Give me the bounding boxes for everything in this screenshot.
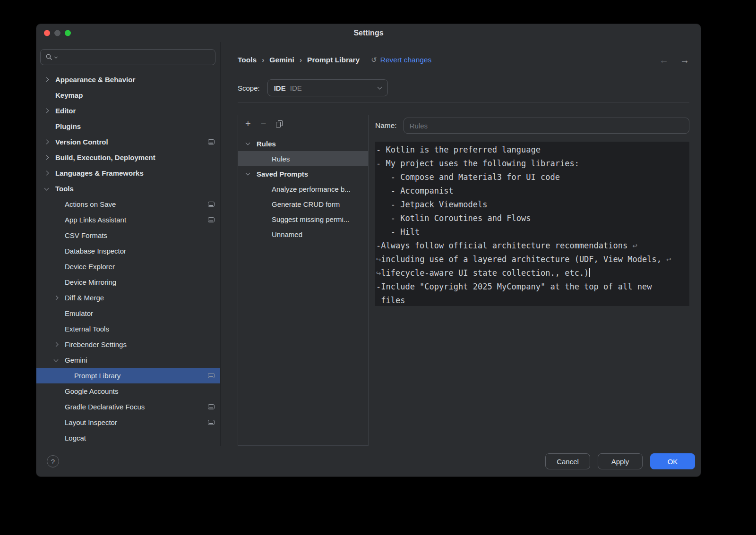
- scope-value-secondary: IDE: [290, 84, 302, 92]
- chevron-right-icon: [45, 78, 55, 81]
- duplicate-button[interactable]: [276, 120, 282, 127]
- sidebar-item-external-tools[interactable]: External Tools: [36, 321, 220, 337]
- sidebar-item-label: Plugins: [55, 122, 81, 130]
- revert-changes-link[interactable]: ↺ Revert changes: [371, 56, 431, 64]
- chevron-right-icon: [45, 109, 55, 112]
- sidebar-item-version-control[interactable]: Version Control: [36, 134, 220, 150]
- window-title: Settings: [353, 29, 383, 37]
- breadcrumb-item-prompt-library[interactable]: Prompt Library: [307, 56, 360, 64]
- sidebar-item-label: Appearance & Behavior: [55, 76, 135, 84]
- sidebar-item-device-mirroring[interactable]: Device Mirroring: [36, 274, 220, 290]
- screen-icon: [208, 217, 215, 222]
- sidebar-item-logcat[interactable]: Logcat: [36, 430, 220, 446]
- sidebar-item-gradle-declarative-focus[interactable]: Gradle Declarative Focus: [36, 399, 220, 415]
- sidebar-item-database-inspector[interactable]: Database Inspector: [36, 243, 220, 259]
- screen-icon: [208, 373, 215, 378]
- prompt-item-analyze-performance-b[interactable]: Analyze performance b...: [238, 181, 368, 196]
- breadcrumb-item-tools[interactable]: Tools: [238, 56, 257, 64]
- sidebar-item-device-explorer[interactable]: Device Explorer: [36, 259, 220, 274]
- sidebar-item-label: Languages & Frameworks: [55, 169, 144, 177]
- prompt-item-rules[interactable]: Rules: [238, 151, 368, 166]
- back-arrow-button[interactable]: ←: [659, 55, 669, 65]
- titlebar: Settings: [36, 24, 701, 42]
- prompt-item-generate-crud-form[interactable]: Generate CRUD form: [238, 196, 368, 212]
- chevron-right-icon: [45, 140, 55, 144]
- prompt-tree-label: Suggest missing permi...: [272, 215, 349, 223]
- editor-line: - Jetpack Viewmodels: [376, 198, 688, 212]
- dialog-footer: ? Cancel Apply OK: [36, 446, 701, 476]
- sidebar-item-keymap[interactable]: Keymap: [36, 87, 220, 103]
- sidebar-item-plugins[interactable]: Plugins: [36, 119, 220, 134]
- sidebar-item-csv-formats[interactable]: CSV Formats: [36, 228, 220, 243]
- chevron-right-icon: [45, 171, 55, 175]
- sidebar-item-firebender-settings[interactable]: Firebender Settings: [36, 337, 220, 352]
- dialog-buttons: Cancel Apply OK: [545, 453, 695, 469]
- text-caret: [589, 268, 590, 277]
- sidebar-item-actions-on-save[interactable]: Actions on Save: [36, 196, 220, 212]
- editor-text: files: [376, 296, 405, 305]
- screen-icon: [208, 420, 215, 425]
- add-button[interactable]: +: [245, 119, 251, 128]
- sidebar-item-app-links-assistant[interactable]: App Links Assistant: [36, 212, 220, 228]
- remove-button[interactable]: −: [261, 119, 266, 128]
- sidebar-item-label: App Links Assistant: [65, 216, 126, 224]
- editor-text: - My project uses the following librarie…: [376, 159, 579, 168]
- sidebar-item-layout-inspector[interactable]: Layout Inspector: [36, 415, 220, 430]
- name-label: Name:: [375, 121, 397, 130]
- chevron-right-icon: [54, 343, 65, 346]
- chevron-down-icon: [45, 188, 55, 190]
- editor-text: - Hilt: [376, 227, 420, 237]
- soft-wrap-icon: ↪: [376, 268, 381, 278]
- chevron-down-icon: [246, 173, 257, 175]
- chevron-right-icon: [45, 156, 55, 159]
- minimize-button[interactable]: [54, 30, 60, 36]
- prompt-group-rules[interactable]: Rules: [238, 136, 368, 151]
- prompt-item-unnamed[interactable]: Unnamed: [238, 227, 368, 242]
- sidebar-item-label: Device Mirroring: [65, 278, 116, 286]
- editor-text: - Accompanist: [376, 186, 454, 195]
- editor-line: - Kotlin is the preferred language: [376, 143, 688, 157]
- screen-icon: [208, 404, 215, 409]
- breadcrumb-separator: ›: [300, 56, 302, 64]
- search-input[interactable]: [40, 49, 215, 65]
- cancel-button[interactable]: Cancel: [545, 453, 590, 469]
- prompt-editor[interactable]: - Kotlin is the preferred language- My p…: [375, 142, 689, 306]
- settings-tree: Appearance & BehaviorKeymapEditorPlugins…: [36, 72, 220, 446]
- editor-line: - Hilt: [376, 225, 688, 239]
- ok-button[interactable]: OK: [650, 453, 695, 469]
- revert-label: Revert changes: [380, 56, 432, 64]
- editor-text: -Include "Copyright 2025 MyCompany" at t…: [376, 282, 652, 291]
- sidebar-item-label: Database Inspector: [65, 247, 126, 255]
- close-button[interactable]: [44, 30, 50, 36]
- sidebar-item-editor[interactable]: Editor: [36, 103, 220, 119]
- prompt-item-suggest-missing-permi[interactable]: Suggest missing permi...: [238, 212, 368, 227]
- sidebar-item-tools[interactable]: Tools: [36, 181, 220, 196]
- scope-row: Scope: IDE IDE: [238, 79, 689, 96]
- help-button[interactable]: ?: [47, 455, 59, 467]
- sidebar-item-languages-frameworks[interactable]: Languages & Frameworks: [36, 165, 220, 181]
- editor-text: - Kotlin is the preferred language: [376, 145, 541, 154]
- scope-dropdown[interactable]: IDE IDE: [267, 79, 388, 96]
- sidebar-item-prompt-library[interactable]: Prompt Library: [36, 368, 220, 383]
- sidebar-item-appearance-behavior[interactable]: Appearance & Behavior: [36, 72, 220, 87]
- sidebar-item-label: Google Accounts: [65, 387, 118, 395]
- breadcrumb-item-gemini[interactable]: Gemini: [269, 56, 294, 64]
- editor-line: -Always follow official architecture rec…: [376, 239, 688, 253]
- forward-arrow-button[interactable]: →: [680, 55, 689, 65]
- copy-icon: [276, 120, 282, 127]
- prompt-group-saved-prompts[interactable]: Saved Prompts: [238, 166, 368, 181]
- sidebar-item-emulator[interactable]: Emulator: [36, 306, 220, 321]
- sidebar-item-build-execution-deployment[interactable]: Build, Execution, Deployment: [36, 150, 220, 165]
- name-input[interactable]: [404, 118, 689, 134]
- zoom-button[interactable]: [65, 30, 71, 36]
- prompt-tree-label: Generate CRUD form: [272, 200, 340, 208]
- apply-button[interactable]: Apply: [598, 453, 643, 469]
- soft-wrap-icon: ↩: [632, 241, 637, 250]
- sidebar-item-label: External Tools: [65, 325, 109, 333]
- sidebar-item-label: Gradle Declarative Focus: [65, 403, 145, 411]
- editor-line: - My project uses the following librarie…: [376, 157, 688, 170]
- sidebar-item-label: Tools: [55, 185, 74, 193]
- sidebar-item-diff-merge[interactable]: Diff & Merge: [36, 290, 220, 306]
- sidebar-item-google-accounts[interactable]: Google Accounts: [36, 383, 220, 399]
- sidebar-item-gemini[interactable]: Gemini: [36, 352, 220, 368]
